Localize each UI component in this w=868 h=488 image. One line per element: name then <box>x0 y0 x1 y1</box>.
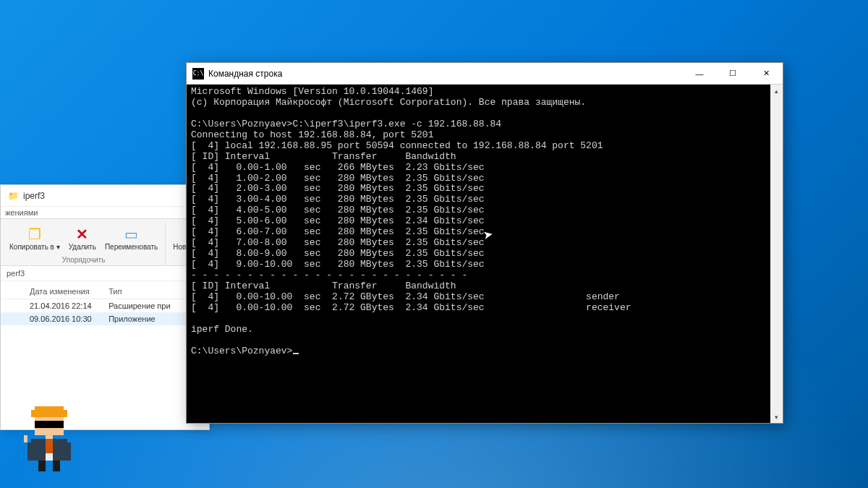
file-list-header[interactable]: Дата изменения Тип <box>1 284 209 299</box>
copy-label: Копировать в ▾ <box>9 244 60 251</box>
copy-button[interactable]: ❐ Копировать в ▾ <box>7 225 63 252</box>
svg-rect-1 <box>31 410 67 417</box>
svg-rect-7 <box>46 439 53 442</box>
explorer-title-text: iperf3 <box>23 191 45 201</box>
delete-label: Удалить <box>69 244 96 251</box>
svg-rect-11 <box>24 435 27 442</box>
svg-rect-8 <box>46 442 53 453</box>
rename-button[interactable]: ▭ Переименовать <box>102 225 161 252</box>
minimize-button[interactable]: — <box>683 63 716 85</box>
window-controls: — ☐ ✕ <box>683 63 783 85</box>
explorer-ribbon-tab[interactable]: жениями <box>1 207 209 219</box>
rename-icon: ▭ <box>124 226 140 242</box>
folder-icon: 📁 <box>8 191 19 201</box>
cmd-cursor <box>293 353 299 354</box>
cmd-titlebar[interactable]: C:\ Командная строка — ☐ ✕ <box>187 63 783 85</box>
cmd-text: Microsoft Windows [Version 10.0.19044.14… <box>191 86 631 356</box>
svg-rect-9 <box>27 442 31 461</box>
explorer-titlebar[interactable]: 📁 iperf3 <box>1 185 209 207</box>
avatar-image <box>13 403 85 475</box>
explorer-path[interactable]: perf3 <box>1 266 209 281</box>
scroll-down-icon[interactable]: ▾ <box>770 411 783 423</box>
cmd-output[interactable]: Microsoft Windows [Version 10.0.19044.14… <box>187 85 783 423</box>
delete-button[interactable]: ✕ Удалить <box>66 225 99 252</box>
svg-rect-10 <box>67 442 71 461</box>
scroll-track[interactable] <box>770 97 783 411</box>
col-date[interactable]: Дата изменения <box>30 287 109 296</box>
cmd-icon: C:\ <box>192 68 204 80</box>
file-row[interactable]: 09.06.2016 10:30 Приложение <box>1 312 209 325</box>
file-list: Дата изменения Тип 21.04.2016 22:14 Расш… <box>1 281 209 325</box>
ribbon-group-organize: ❐ Копировать в ▾ ✕ Удалить ▭ Переименова… <box>2 222 166 265</box>
file-row[interactable]: 21.04.2016 22:14 Расширение при <box>1 299 209 312</box>
explorer-window[interactable]: 📁 iperf3 жениями ❐ Копировать в ▾ ✕ Удал… <box>0 184 210 430</box>
delete-icon: ✕ <box>75 226 90 242</box>
cmd-window[interactable]: C:\ Командная строка — ☐ ✕ Microsoft Win… <box>186 62 783 424</box>
cmd-title-text: Командная строка <box>208 69 282 79</box>
cmd-scrollbar[interactable]: ▴ ▾ <box>770 85 783 423</box>
explorer-ribbon: ❐ Копировать в ▾ ✕ Удалить ▭ Переименова… <box>1 219 209 266</box>
svg-rect-12 <box>38 461 46 471</box>
svg-rect-13 <box>53 461 60 471</box>
close-button[interactable]: ✕ <box>749 63 783 85</box>
copy-icon: ❐ <box>27 226 43 242</box>
svg-rect-4 <box>46 435 53 439</box>
scroll-up-icon[interactable]: ▴ <box>770 85 783 97</box>
svg-rect-3 <box>35 421 64 428</box>
rename-label: Переименовать <box>105 244 158 251</box>
maximize-button[interactable]: ☐ <box>716 63 749 85</box>
